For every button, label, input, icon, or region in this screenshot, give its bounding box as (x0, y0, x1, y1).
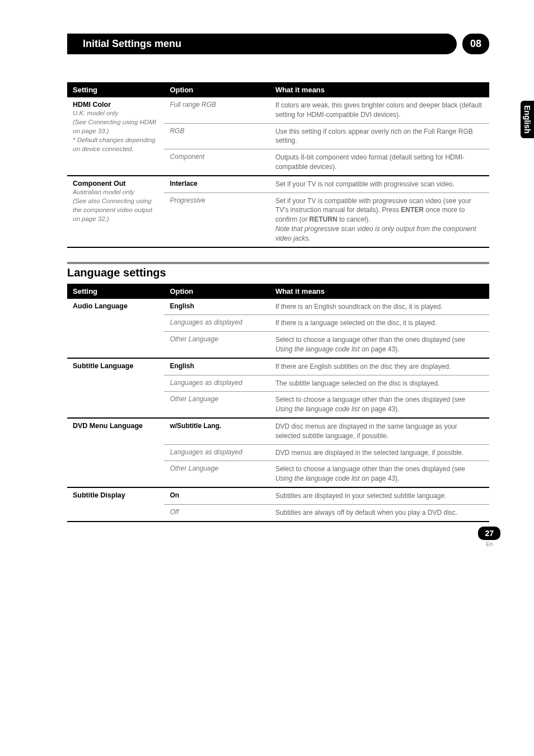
header-title: Initial Settings menu (67, 34, 457, 54)
meaning-cell: Outputs 8-bit component video format (de… (270, 149, 489, 176)
page-number-label: En (478, 541, 500, 547)
table-row: HDMI ColorU.K. model only(See Connecting… (67, 97, 489, 123)
section-title-language: Language settings (67, 262, 489, 279)
page-header: Initial Settings menu 08 (67, 34, 489, 54)
meaning-cell: Set if your TV is compatible with progre… (270, 192, 489, 247)
col-setting: Setting (67, 82, 164, 97)
meaning-cell: Select to choose a language other than t… (270, 332, 489, 358)
table-row: Subtitle LanguageEnglishIf there are Eng… (67, 358, 489, 375)
meaning-cell: If there are English subtitles on the di… (270, 358, 489, 375)
col-option: Option (164, 284, 270, 299)
meaning-cell: Use this setting if colors appear overly… (270, 123, 489, 149)
meaning-cell: Subtitles are displayed in your selected… (270, 487, 489, 504)
table-row: Subtitle DisplayOnSubtitles are displaye… (67, 487, 489, 504)
setting-cell: Subtitle Language (67, 358, 164, 418)
option-cell: On (164, 487, 270, 504)
option-cell: Other Language (164, 332, 270, 358)
table-row: Component OutAustralian model only(See a… (67, 176, 489, 192)
setting-cell: DVD Menu Language (67, 418, 164, 487)
settings-table-1: Setting Option What it means HDMI ColorU… (67, 82, 489, 248)
col-meaning: What it means (270, 284, 489, 299)
option-cell: RGB (164, 123, 270, 149)
table-row: DVD Menu Languagew/Subtitle Lang.DVD dis… (67, 418, 489, 444)
meaning-cell: Set if your TV is not compatible with pr… (270, 176, 489, 192)
meaning-cell: If there is a language selected on the d… (270, 315, 489, 332)
settings-table-2: Setting Option What it means Audio Langu… (67, 284, 489, 522)
option-cell: English (164, 299, 270, 315)
col-meaning: What it means (270, 82, 489, 97)
chapter-number: 08 (462, 34, 489, 54)
option-cell: English (164, 358, 270, 375)
language-tab: English (521, 101, 534, 138)
option-cell: Languages as displayed (164, 444, 270, 461)
table-row: Audio LanguageEnglishIf there is an Engl… (67, 299, 489, 315)
setting-cell: Subtitle Display (67, 487, 164, 522)
option-cell: Languages as displayed (164, 315, 270, 332)
option-cell: Interlace (164, 176, 270, 192)
option-cell: Other Language (164, 461, 270, 487)
meaning-cell: If there is an English soundtrack on the… (270, 299, 489, 315)
col-setting: Setting (67, 284, 164, 299)
page-number: 27 (478, 527, 500, 540)
option-cell: Off (164, 504, 270, 521)
option-cell: Other Language (164, 392, 270, 418)
setting-cell: Audio Language (67, 299, 164, 358)
meaning-cell: The subtitle language selected on the di… (270, 375, 489, 392)
meaning-cell: DVD menus are displayed in the selected … (270, 444, 489, 461)
meaning-cell: Subtitles are always off by default when… (270, 504, 489, 521)
col-option: Option (164, 82, 270, 97)
meaning-cell: If colors are weak, this gives brighter … (270, 97, 489, 123)
option-cell: Progressive (164, 192, 270, 247)
option-cell: Languages as displayed (164, 375, 270, 392)
option-cell: w/Subtitle Lang. (164, 418, 270, 444)
option-cell: Full range RGB (164, 97, 270, 123)
setting-cell: HDMI ColorU.K. model only(See Connecting… (67, 97, 164, 176)
setting-cell: Component OutAustralian model only(See a… (67, 176, 164, 247)
option-cell: Component (164, 149, 270, 176)
meaning-cell: Select to choose a language other than t… (270, 392, 489, 418)
meaning-cell: DVD disc menus are displayed in the same… (270, 418, 489, 444)
page-number-area: 27 En (478, 527, 500, 547)
meaning-cell: Select to choose a language other than t… (270, 461, 489, 487)
